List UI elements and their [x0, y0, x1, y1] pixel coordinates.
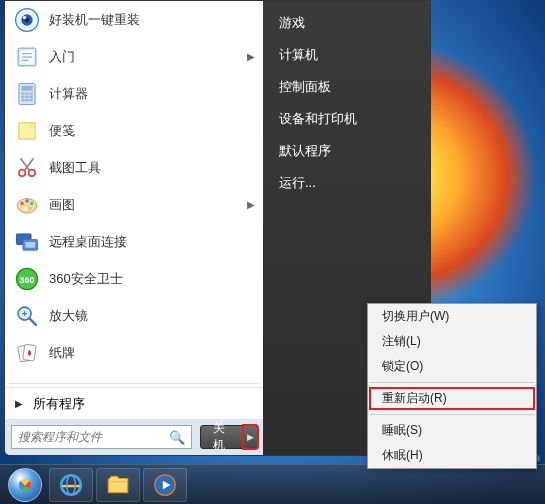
- program-item-5[interactable]: 画图 ▶: [5, 186, 263, 223]
- taskbar-item-ie[interactable]: [49, 468, 93, 502]
- program-label: 入门: [49, 48, 75, 66]
- search-box[interactable]: 🔍: [11, 425, 192, 449]
- calc-icon: [13, 80, 41, 108]
- program-label: 计算器: [49, 85, 88, 103]
- cards-icon: [13, 339, 41, 367]
- program-label: 远程桌面连接: [49, 233, 127, 251]
- taskbar: [0, 464, 545, 504]
- svg-point-22: [25, 199, 28, 202]
- svg-rect-7: [21, 85, 32, 90]
- eye-icon: [13, 6, 41, 34]
- right-panel-item-3[interactable]: 设备和打印机: [263, 103, 430, 135]
- triangle-right-icon: ▶: [15, 398, 23, 409]
- program-item-8[interactable]: 放大镜: [5, 297, 263, 334]
- program-label: 360安全卫士: [49, 270, 123, 288]
- svg-point-3: [23, 15, 26, 18]
- snip-icon: [13, 154, 41, 182]
- svg-rect-28: [25, 242, 35, 248]
- media-player-icon: [151, 471, 179, 499]
- program-item-7[interactable]: 360 360安全卫士: [5, 260, 263, 297]
- menu-separator: [370, 414, 534, 415]
- svg-point-23: [30, 201, 33, 204]
- right-panel-item-4[interactable]: 默认程序: [263, 135, 430, 167]
- right-panel-item-0[interactable]: 游戏: [263, 7, 430, 39]
- submenu-arrow-icon: ▶: [247, 51, 255, 62]
- svg-point-18: [19, 169, 26, 176]
- program-label: 便笺: [49, 122, 75, 140]
- program-item-0[interactable]: 好装机一键重装: [5, 1, 263, 38]
- program-item-2[interactable]: 计算器: [5, 75, 263, 112]
- power-menu-item-7[interactable]: 休眠(H): [368, 443, 536, 468]
- windows-logo-icon: [8, 468, 42, 502]
- power-menu-item-6[interactable]: 睡眠(S): [368, 418, 536, 443]
- svg-rect-13: [29, 95, 32, 97]
- separator: [9, 383, 259, 384]
- rdp-icon: [13, 228, 41, 256]
- power-menu-item-1[interactable]: 注销(L): [368, 329, 536, 354]
- program-list: 好装机一键重装 入门 ▶ 计算器 便笺 截图工具 画图 ▶ 远程桌面连接 360…: [5, 1, 263, 380]
- svg-text:360: 360: [20, 275, 35, 285]
- ie-icon: [57, 471, 85, 499]
- search-shutdown-row: 🔍 关机 ▶: [5, 419, 263, 455]
- taskbar-item-media[interactable]: [143, 468, 187, 502]
- program-label: 纸牌: [49, 344, 75, 362]
- svg-point-24: [29, 206, 32, 209]
- svg-point-21: [21, 201, 24, 204]
- program-item-9[interactable]: 纸牌: [5, 334, 263, 371]
- search-input[interactable]: [18, 430, 169, 444]
- program-item-1[interactable]: 入门 ▶: [5, 38, 263, 75]
- svg-rect-14: [21, 98, 24, 100]
- mag-icon: [13, 302, 41, 330]
- right-panel-item-1[interactable]: 计算机: [263, 39, 430, 71]
- program-label: 放大镜: [49, 307, 88, 325]
- svg-rect-10: [29, 92, 32, 94]
- paint-icon: [13, 191, 41, 219]
- right-panel-item-2[interactable]: 控制面板: [263, 71, 430, 103]
- all-programs-label: 所有程序: [33, 395, 85, 413]
- program-item-3[interactable]: 便笺: [5, 112, 263, 149]
- note-icon: [13, 117, 41, 145]
- book-icon: [13, 43, 41, 71]
- all-programs-button[interactable]: ▶ 所有程序: [5, 387, 263, 419]
- power-menu-item-2[interactable]: 锁定(O): [368, 354, 536, 379]
- svg-rect-9: [25, 92, 28, 94]
- shutdown-button[interactable]: 关机: [200, 425, 243, 449]
- power-menu-item-4[interactable]: 重新启动(R): [368, 386, 536, 411]
- svg-rect-11: [21, 95, 24, 97]
- svg-point-25: [23, 206, 28, 209]
- start-left-column: 好装机一键重装 入门 ▶ 计算器 便笺 截图工具 画图 ▶ 远程桌面连接 360…: [5, 1, 263, 455]
- folder-icon: [104, 471, 132, 499]
- program-label: 好装机一键重装: [49, 11, 140, 29]
- power-options-menu: 切换用户(W)注销(L)锁定(O)重新启动(R)睡眠(S)休眠(H): [367, 303, 537, 469]
- right-panel-item-5[interactable]: 运行...: [263, 167, 430, 199]
- shutdown-options-arrow[interactable]: ▶: [243, 425, 258, 449]
- svg-rect-12: [25, 95, 28, 97]
- program-label: 画图: [49, 196, 75, 214]
- 360-icon: 360: [13, 265, 41, 293]
- program-item-6[interactable]: 远程桌面连接: [5, 223, 263, 260]
- shutdown-split-button: 关机 ▶: [200, 425, 258, 449]
- power-menu-item-0[interactable]: 切换用户(W): [368, 304, 536, 329]
- program-item-4[interactable]: 截图工具: [5, 149, 263, 186]
- start-button[interactable]: [4, 465, 46, 505]
- taskbar-item-explorer[interactable]: [96, 468, 140, 502]
- program-label: 截图工具: [49, 159, 101, 177]
- search-icon: 🔍: [169, 430, 185, 445]
- menu-separator: [370, 382, 534, 383]
- submenu-arrow-icon: ▶: [247, 199, 255, 210]
- svg-rect-8: [21, 92, 24, 94]
- svg-rect-15: [25, 98, 28, 100]
- svg-rect-16: [29, 98, 32, 100]
- svg-point-19: [29, 169, 36, 176]
